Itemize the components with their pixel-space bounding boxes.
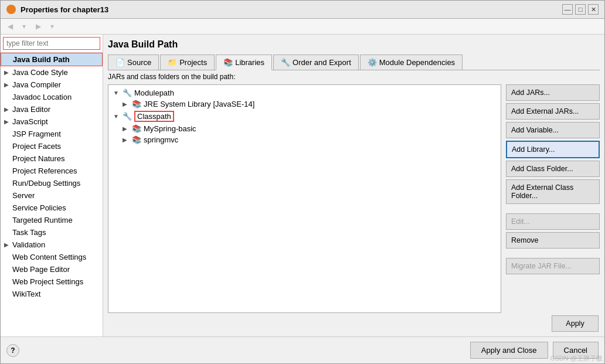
tree-item-label: MySpring-basic — [144, 124, 196, 133]
maximize-button[interactable]: □ — [575, 4, 586, 15]
expand-icon: ▶ — [123, 137, 130, 143]
jar-icon: 📚 — [132, 135, 141, 144]
sidebar-item-run-debug-settings[interactable]: Run/Debug Settings — [1, 177, 103, 189]
sidebar-item-web-content-settings[interactable]: Web Content Settings — [1, 251, 103, 263]
remove-button[interactable]: Remove — [506, 232, 600, 249]
add-external-jars-button[interactable]: Add External JARs... — [506, 103, 600, 120]
expand-icon: ▶ — [123, 125, 130, 132]
sidebar-item-project-facets[interactable]: Project Facets — [1, 140, 103, 152]
panel-title: Java Build Path — [108, 39, 600, 50]
tab-module-dependencies[interactable]: ⚙️ Module Dependencies — [360, 55, 463, 70]
dialog-icon — [6, 5, 16, 14]
sidebar-item-label: Targeted Runtime — [12, 216, 73, 224]
add-external-class-folder-button[interactable]: Add External Class Folder... — [506, 179, 600, 204]
sidebar: Java Build Path ▶ Java Code Style ▶ Java… — [1, 35, 103, 336]
filter-input-wrap — [1, 35, 103, 53]
add-class-folder-button[interactable]: Add Class Folder... — [506, 161, 600, 177]
sidebar-item-label: JSP Fragment — [12, 130, 61, 138]
library-icon: 📚 — [132, 100, 141, 108]
button-spacer2 — [506, 251, 600, 256]
sidebar-item-label: Java Compiler — [12, 80, 61, 89]
chevron-icon: ▶ — [4, 106, 10, 113]
apply-close-button[interactable]: Apply and Close — [470, 342, 548, 359]
chevron-icon: ▶ — [4, 241, 10, 248]
sidebar-item-label: Java Code Style — [12, 68, 68, 77]
sidebar-item-java-compiler[interactable]: ▶ Java Compiler — [1, 79, 103, 91]
tab-order-export[interactable]: 🔧 Order and Export — [273, 55, 359, 70]
apply-area: Apply — [108, 315, 600, 332]
add-variable-button[interactable]: Add Variable... — [506, 122, 600, 138]
sidebar-item-jsp-fragment[interactable]: JSP Fragment — [1, 128, 103, 140]
tree-item-classpath[interactable]: ▼ 🔧 Classpath — [111, 110, 498, 123]
sidebar-item-project-natures[interactable]: Project Natures — [1, 152, 103, 165]
sidebar-item-label: Project References — [12, 166, 77, 175]
properties-dialog: Properties for chapter13 — □ ✕ ◀ ▾ ▶ ▾ J… — [0, 0, 605, 364]
sidebar-item-targeted-runtime[interactable]: Targeted Runtime — [1, 214, 103, 226]
sidebar-item-javadoc-location[interactable]: Javadoc Location — [1, 91, 103, 103]
build-path-description: JARs and class folders on the build path… — [108, 73, 600, 81]
sidebar-item-server[interactable]: Server — [1, 189, 103, 202]
bottom-bar: ? Apply and Close Cancel — [1, 336, 604, 363]
back-button[interactable]: ◀ — [4, 21, 16, 32]
chevron-icon: ▶ — [4, 118, 10, 125]
sidebar-item-label: WikiText — [12, 290, 40, 298]
tree-item-jre[interactable]: ▶ 📚 JRE System Library [JavaSE-14] — [111, 98, 498, 110]
sidebar-item-service-policies[interactable]: Service Policies — [1, 202, 103, 214]
help-button[interactable]: ? — [6, 344, 19, 357]
jar-icon: 📚 — [132, 124, 141, 133]
tab-order-label: Order and Export — [293, 58, 351, 67]
sidebar-item-label: Java Build Path — [13, 55, 70, 64]
sidebar-item-label: Web Page Editor — [12, 265, 70, 274]
sidebar-item-label: Run/Debug Settings — [12, 179, 80, 188]
sidebar-item-wikitext[interactable]: WikiText — [1, 288, 103, 300]
add-library-button[interactable]: Add Library... — [506, 141, 600, 158]
sidebar-item-project-references[interactable]: Project References — [1, 165, 103, 177]
source-tab-icon: 📄 — [115, 58, 125, 67]
tab-projects[interactable]: 📁 Projects — [160, 55, 215, 70]
classpath-folder-icon: 🔧 — [123, 112, 132, 121]
edit-button[interactable]: Edit... — [506, 213, 600, 230]
tab-source[interactable]: 📄 Source — [108, 55, 159, 70]
close-button[interactable]: ✕ — [588, 4, 599, 15]
sidebar-item-web-project-settings[interactable]: Web Project Settings — [1, 275, 103, 288]
tab-bar: 📄 Source 📁 Projects 📚 Libraries 🔧 Order … — [108, 55, 600, 70]
tree-item-springmvc[interactable]: ▶ 📚 springmvc — [111, 134, 498, 145]
sidebar-item-label: Validation — [12, 240, 45, 249]
tab-libraries[interactable]: 📚 Libraries — [216, 55, 272, 70]
back-dropdown-button[interactable]: ▾ — [18, 21, 30, 32]
build-path-tree[interactable]: ▼ 🔧 Modulepath ▶ 📚 JRE System Library [J… — [108, 84, 501, 313]
tree-item-myspring[interactable]: ▶ 📚 MySpring-basic — [111, 123, 498, 134]
tab-source-label: Source — [127, 58, 151, 67]
watermark: CSDN @王胖子嗷 — [550, 354, 603, 363]
tab-projects-label: Projects — [179, 58, 207, 67]
forward-button[interactable]: ▶ — [32, 21, 44, 32]
sidebar-item-java-build-path[interactable]: Java Build Path — [1, 53, 103, 66]
action-buttons-panel: Add JARs... Add External JARs... Add Var… — [506, 84, 600, 313]
projects-tab-icon: 📁 — [168, 58, 177, 67]
sidebar-item-label: Project Natures — [12, 154, 65, 163]
minimize-button[interactable]: — — [562, 4, 573, 15]
sidebar-item-java-editor[interactable]: ▶ Java Editor — [1, 103, 103, 115]
sidebar-item-label: Web Content Settings — [12, 253, 86, 261]
tree-item-label: JRE System Library [JavaSE-14] — [144, 100, 254, 108]
sidebar-item-web-page-editor[interactable]: Web Page Editor — [1, 263, 103, 275]
filter-input[interactable] — [3, 37, 100, 50]
button-spacer — [506, 206, 600, 211]
sidebar-item-label: Service Policies — [12, 203, 66, 212]
tree-item-modulepath[interactable]: ▼ 🔧 Modulepath — [111, 87, 498, 98]
apply-button[interactable]: Apply — [552, 315, 599, 332]
sidebar-item-label: Server — [12, 191, 35, 200]
migrate-jar-button[interactable]: Migrate JAR File... — [506, 258, 600, 274]
sidebar-item-label: JavaScript — [12, 117, 48, 126]
sidebar-item-java-code-style[interactable]: ▶ Java Code Style — [1, 66, 103, 79]
sidebar-item-label: Web Project Settings — [12, 277, 83, 286]
expand-icon: ▼ — [113, 90, 120, 96]
add-jars-button[interactable]: Add JARs... — [506, 84, 600, 101]
sidebar-item-task-tags[interactable]: Task Tags — [1, 226, 103, 239]
sidebar-item-javascript[interactable]: ▶ JavaScript — [1, 115, 103, 128]
chevron-icon: ▶ — [4, 69, 10, 76]
main-content: Java Build Path ▶ Java Code Style ▶ Java… — [1, 35, 604, 336]
libraries-tab-icon: 📚 — [223, 58, 233, 67]
forward-dropdown-button[interactable]: ▾ — [46, 21, 58, 32]
sidebar-item-validation[interactable]: ▶ Validation — [1, 239, 103, 251]
